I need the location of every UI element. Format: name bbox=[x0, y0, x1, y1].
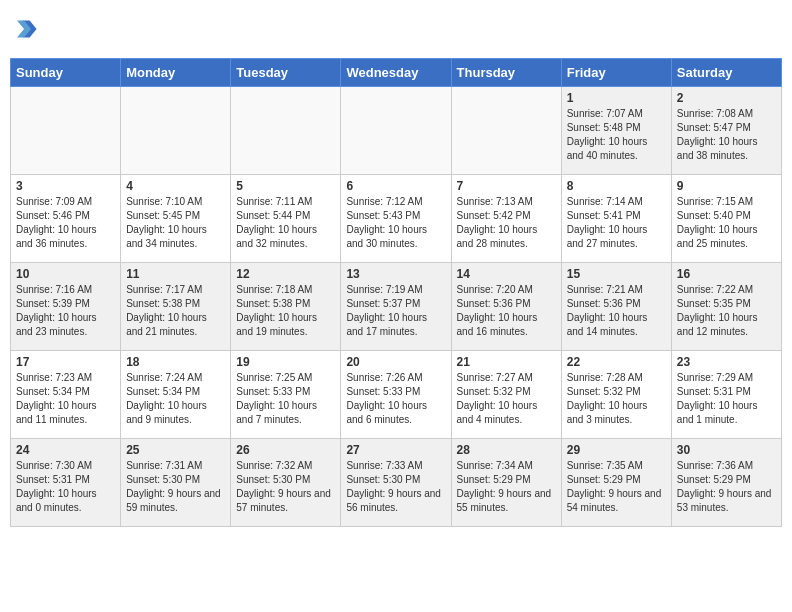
day-number: 1 bbox=[567, 91, 666, 105]
calendar-cell: 9Sunrise: 7:15 AM Sunset: 5:40 PM Daylig… bbox=[671, 175, 781, 263]
day-number: 21 bbox=[457, 355, 556, 369]
day-info: Sunrise: 7:27 AM Sunset: 5:32 PM Dayligh… bbox=[457, 371, 556, 427]
calendar-cell: 16Sunrise: 7:22 AM Sunset: 5:35 PM Dayli… bbox=[671, 263, 781, 351]
day-info: Sunrise: 7:21 AM Sunset: 5:36 PM Dayligh… bbox=[567, 283, 666, 339]
calendar-cell: 30Sunrise: 7:36 AM Sunset: 5:29 PM Dayli… bbox=[671, 439, 781, 527]
day-info: Sunrise: 7:28 AM Sunset: 5:32 PM Dayligh… bbox=[567, 371, 666, 427]
day-info: Sunrise: 7:29 AM Sunset: 5:31 PM Dayligh… bbox=[677, 371, 776, 427]
calendar-cell: 6Sunrise: 7:12 AM Sunset: 5:43 PM Daylig… bbox=[341, 175, 451, 263]
day-number: 19 bbox=[236, 355, 335, 369]
day-number: 14 bbox=[457, 267, 556, 281]
calendar-cell: 2Sunrise: 7:08 AM Sunset: 5:47 PM Daylig… bbox=[671, 87, 781, 175]
calendar-week-5: 24Sunrise: 7:30 AM Sunset: 5:31 PM Dayli… bbox=[11, 439, 782, 527]
calendar-cell: 23Sunrise: 7:29 AM Sunset: 5:31 PM Dayli… bbox=[671, 351, 781, 439]
day-info: Sunrise: 7:23 AM Sunset: 5:34 PM Dayligh… bbox=[16, 371, 115, 427]
day-number: 30 bbox=[677, 443, 776, 457]
day-number: 6 bbox=[346, 179, 445, 193]
day-number: 22 bbox=[567, 355, 666, 369]
day-info: Sunrise: 7:10 AM Sunset: 5:45 PM Dayligh… bbox=[126, 195, 225, 251]
day-number: 10 bbox=[16, 267, 115, 281]
day-number: 11 bbox=[126, 267, 225, 281]
day-info: Sunrise: 7:31 AM Sunset: 5:30 PM Dayligh… bbox=[126, 459, 225, 515]
day-info: Sunrise: 7:33 AM Sunset: 5:30 PM Dayligh… bbox=[346, 459, 445, 515]
calendar-cell: 8Sunrise: 7:14 AM Sunset: 5:41 PM Daylig… bbox=[561, 175, 671, 263]
calendar-cell: 14Sunrise: 7:20 AM Sunset: 5:36 PM Dayli… bbox=[451, 263, 561, 351]
calendar-cell: 12Sunrise: 7:18 AM Sunset: 5:38 PM Dayli… bbox=[231, 263, 341, 351]
calendar-cell: 5Sunrise: 7:11 AM Sunset: 5:44 PM Daylig… bbox=[231, 175, 341, 263]
day-info: Sunrise: 7:07 AM Sunset: 5:48 PM Dayligh… bbox=[567, 107, 666, 163]
page-header bbox=[10, 10, 782, 48]
calendar-cell: 11Sunrise: 7:17 AM Sunset: 5:38 PM Dayli… bbox=[121, 263, 231, 351]
day-number: 15 bbox=[567, 267, 666, 281]
day-info: Sunrise: 7:09 AM Sunset: 5:46 PM Dayligh… bbox=[16, 195, 115, 251]
calendar-week-2: 3Sunrise: 7:09 AM Sunset: 5:46 PM Daylig… bbox=[11, 175, 782, 263]
weekday-header-tuesday: Tuesday bbox=[231, 59, 341, 87]
day-number: 28 bbox=[457, 443, 556, 457]
calendar-cell bbox=[231, 87, 341, 175]
day-number: 2 bbox=[677, 91, 776, 105]
day-number: 13 bbox=[346, 267, 445, 281]
weekday-header-sunday: Sunday bbox=[11, 59, 121, 87]
day-info: Sunrise: 7:13 AM Sunset: 5:42 PM Dayligh… bbox=[457, 195, 556, 251]
weekday-header-monday: Monday bbox=[121, 59, 231, 87]
day-info: Sunrise: 7:12 AM Sunset: 5:43 PM Dayligh… bbox=[346, 195, 445, 251]
day-info: Sunrise: 7:17 AM Sunset: 5:38 PM Dayligh… bbox=[126, 283, 225, 339]
day-number: 23 bbox=[677, 355, 776, 369]
calendar-week-4: 17Sunrise: 7:23 AM Sunset: 5:34 PM Dayli… bbox=[11, 351, 782, 439]
calendar-cell: 27Sunrise: 7:33 AM Sunset: 5:30 PM Dayli… bbox=[341, 439, 451, 527]
calendar-cell: 20Sunrise: 7:26 AM Sunset: 5:33 PM Dayli… bbox=[341, 351, 451, 439]
day-info: Sunrise: 7:22 AM Sunset: 5:35 PM Dayligh… bbox=[677, 283, 776, 339]
day-number: 24 bbox=[16, 443, 115, 457]
logo-icon bbox=[10, 15, 38, 43]
day-number: 20 bbox=[346, 355, 445, 369]
day-info: Sunrise: 7:32 AM Sunset: 5:30 PM Dayligh… bbox=[236, 459, 335, 515]
calendar-week-1: 1Sunrise: 7:07 AM Sunset: 5:48 PM Daylig… bbox=[11, 87, 782, 175]
calendar-cell: 1Sunrise: 7:07 AM Sunset: 5:48 PM Daylig… bbox=[561, 87, 671, 175]
calendar-cell: 24Sunrise: 7:30 AM Sunset: 5:31 PM Dayli… bbox=[11, 439, 121, 527]
calendar-cell bbox=[451, 87, 561, 175]
day-info: Sunrise: 7:18 AM Sunset: 5:38 PM Dayligh… bbox=[236, 283, 335, 339]
calendar-cell: 26Sunrise: 7:32 AM Sunset: 5:30 PM Dayli… bbox=[231, 439, 341, 527]
day-info: Sunrise: 7:24 AM Sunset: 5:34 PM Dayligh… bbox=[126, 371, 225, 427]
day-info: Sunrise: 7:15 AM Sunset: 5:40 PM Dayligh… bbox=[677, 195, 776, 251]
day-number: 9 bbox=[677, 179, 776, 193]
day-info: Sunrise: 7:16 AM Sunset: 5:39 PM Dayligh… bbox=[16, 283, 115, 339]
calendar-cell: 21Sunrise: 7:27 AM Sunset: 5:32 PM Dayli… bbox=[451, 351, 561, 439]
weekday-header-friday: Friday bbox=[561, 59, 671, 87]
day-info: Sunrise: 7:14 AM Sunset: 5:41 PM Dayligh… bbox=[567, 195, 666, 251]
day-number: 25 bbox=[126, 443, 225, 457]
day-info: Sunrise: 7:26 AM Sunset: 5:33 PM Dayligh… bbox=[346, 371, 445, 427]
day-number: 26 bbox=[236, 443, 335, 457]
calendar-cell: 19Sunrise: 7:25 AM Sunset: 5:33 PM Dayli… bbox=[231, 351, 341, 439]
day-info: Sunrise: 7:30 AM Sunset: 5:31 PM Dayligh… bbox=[16, 459, 115, 515]
day-number: 4 bbox=[126, 179, 225, 193]
day-info: Sunrise: 7:34 AM Sunset: 5:29 PM Dayligh… bbox=[457, 459, 556, 515]
weekday-header-wednesday: Wednesday bbox=[341, 59, 451, 87]
weekday-header-saturday: Saturday bbox=[671, 59, 781, 87]
calendar-cell: 18Sunrise: 7:24 AM Sunset: 5:34 PM Dayli… bbox=[121, 351, 231, 439]
calendar-cell: 28Sunrise: 7:34 AM Sunset: 5:29 PM Dayli… bbox=[451, 439, 561, 527]
day-number: 12 bbox=[236, 267, 335, 281]
day-number: 27 bbox=[346, 443, 445, 457]
calendar-cell bbox=[11, 87, 121, 175]
calendar-cell: 17Sunrise: 7:23 AM Sunset: 5:34 PM Dayli… bbox=[11, 351, 121, 439]
day-number: 29 bbox=[567, 443, 666, 457]
calendar-cell: 7Sunrise: 7:13 AM Sunset: 5:42 PM Daylig… bbox=[451, 175, 561, 263]
day-number: 8 bbox=[567, 179, 666, 193]
calendar-cell: 3Sunrise: 7:09 AM Sunset: 5:46 PM Daylig… bbox=[11, 175, 121, 263]
day-info: Sunrise: 7:35 AM Sunset: 5:29 PM Dayligh… bbox=[567, 459, 666, 515]
day-number: 16 bbox=[677, 267, 776, 281]
calendar-cell: 29Sunrise: 7:35 AM Sunset: 5:29 PM Dayli… bbox=[561, 439, 671, 527]
calendar-cell: 13Sunrise: 7:19 AM Sunset: 5:37 PM Dayli… bbox=[341, 263, 451, 351]
calendar-cell: 15Sunrise: 7:21 AM Sunset: 5:36 PM Dayli… bbox=[561, 263, 671, 351]
calendar-cell: 10Sunrise: 7:16 AM Sunset: 5:39 PM Dayli… bbox=[11, 263, 121, 351]
day-info: Sunrise: 7:19 AM Sunset: 5:37 PM Dayligh… bbox=[346, 283, 445, 339]
weekday-header-row: SundayMondayTuesdayWednesdayThursdayFrid… bbox=[11, 59, 782, 87]
day-number: 3 bbox=[16, 179, 115, 193]
calendar-cell bbox=[341, 87, 451, 175]
day-number: 7 bbox=[457, 179, 556, 193]
day-info: Sunrise: 7:20 AM Sunset: 5:36 PM Dayligh… bbox=[457, 283, 556, 339]
day-info: Sunrise: 7:36 AM Sunset: 5:29 PM Dayligh… bbox=[677, 459, 776, 515]
day-info: Sunrise: 7:25 AM Sunset: 5:33 PM Dayligh… bbox=[236, 371, 335, 427]
calendar-cell: 22Sunrise: 7:28 AM Sunset: 5:32 PM Dayli… bbox=[561, 351, 671, 439]
